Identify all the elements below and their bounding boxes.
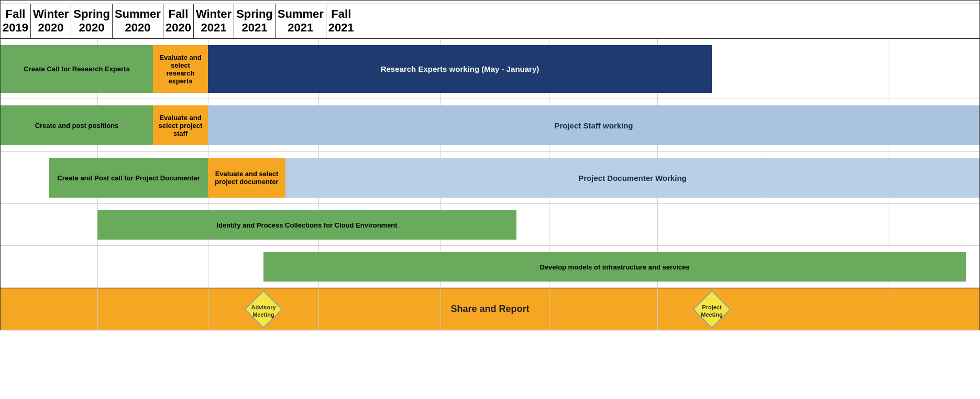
gantt-row-3: Identify and Process Collections for Clo…: [1, 204, 979, 246]
header-cell-1: Winter 2020: [31, 4, 71, 38]
header-cell-2: Spring 2020: [71, 4, 113, 38]
bar-row2-2: Project Documenter Working: [285, 158, 979, 198]
header-cell-7: Summer 2021: [276, 4, 326, 38]
bar-row0-0: Create Call for Research Experts: [1, 45, 153, 93]
bar-row4-0: Develop models of infrastructure and ser…: [263, 252, 966, 282]
gantt-row-2: Create and Post call for Project Documen…: [1, 152, 979, 204]
bar-row0-2: Research Experts working (May - January): [208, 45, 712, 93]
header-cell-4: Fall 2020: [163, 4, 194, 38]
header-cell-5: Winter 2021: [194, 4, 234, 38]
bar-row0-1: Evaluate and select research experts: [153, 45, 208, 93]
header-cell-6: Spring 2021: [234, 4, 276, 38]
bottom-bar: Share and ReportAdvisory MeetingProject …: [1, 288, 979, 330]
header-cell-3: Summer 2020: [113, 4, 163, 38]
gantt-row-1: Create and post positionsEvaluate and se…: [1, 99, 979, 152]
share-report-label: Share and Report: [1, 288, 979, 330]
gantt-chart: Fall 2019Winter 2020Spring 2020Summer 20…: [0, 0, 980, 330]
bar-row2-1: Evaluate and select project documenter: [208, 158, 285, 198]
gantt-body: Create Call for Research ExpertsEvaluate…: [1, 39, 979, 330]
header-cell-0: Fall 2019: [1, 4, 31, 38]
bar-row1-2: Project Staff working: [208, 105, 979, 145]
header-row: Fall 2019Winter 2020Spring 2020Summer 20…: [1, 4, 979, 39]
bar-row2-0: Create and Post call for Project Documen…: [49, 158, 208, 198]
bar-row1-0: Create and post positions: [1, 105, 153, 145]
gantt-row-4: Develop models of infrastructure and ser…: [1, 246, 979, 288]
chart-title: [1, 1, 979, 4]
bar-row3-0: Identify and Process Collections for Clo…: [97, 210, 516, 240]
bar-row1-1: Evaluate and select project staff: [153, 105, 208, 145]
header-cell-8: Fall 2021: [326, 4, 356, 38]
gantt-row-0: Create Call for Research ExpertsEvaluate…: [1, 39, 979, 99]
